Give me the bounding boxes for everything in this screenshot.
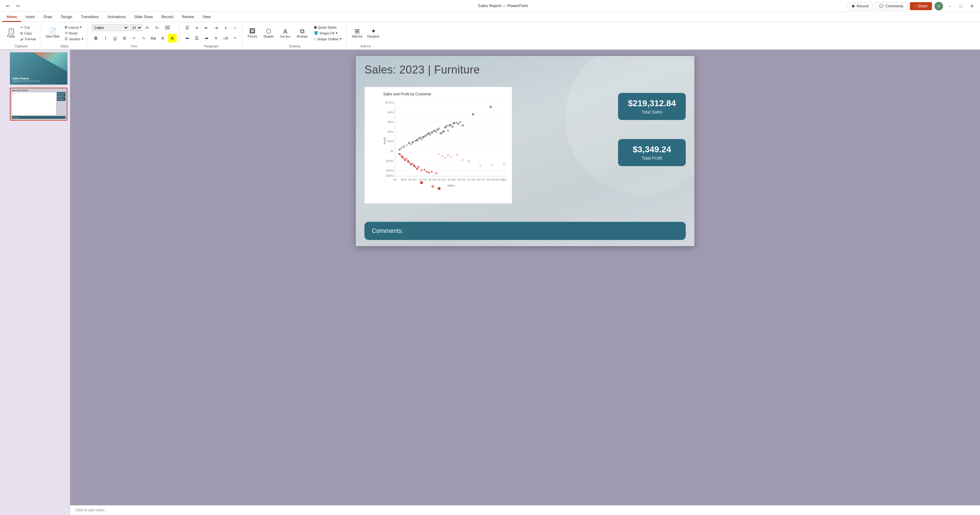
layout-button[interactable]: ⊞ Layout ▾	[63, 25, 85, 30]
font-family-select[interactable]: Calibri	[92, 24, 129, 31]
shapes-button[interactable]: ⬡ Shapes	[262, 27, 276, 40]
picture-label: Picture	[248, 35, 257, 38]
svg-point-57	[438, 128, 440, 130]
tab-home[interactable]: Home	[2, 13, 21, 22]
slide-1-thumbnail[interactable]: Sales Report Superstore | 2023 | Furnitu…	[10, 52, 67, 84]
slide-title[interactable]: Sales: 2023 | Furniture	[364, 64, 480, 76]
svg-point-91	[428, 172, 430, 173]
align-center-button[interactable]: ☰	[192, 34, 201, 43]
tab-record[interactable]: Record	[157, 13, 178, 22]
shape-outline-button[interactable]: □ Shape Outline ▾	[312, 36, 344, 41]
arrange-button[interactable]: ⧉ Arrange	[295, 27, 310, 40]
minimize-icon[interactable]: −	[945, 2, 954, 11]
format-button[interactable]: 🖌 Format	[19, 37, 38, 41]
svg-point-106	[431, 185, 434, 188]
section-button[interactable]: ☰ Section ▾	[63, 36, 85, 41]
comment-icon: 💬	[879, 4, 884, 8]
bullets-button[interactable]: ☰	[183, 23, 192, 32]
tab-view[interactable]: View	[198, 13, 215, 22]
line-spacing-button[interactable]: ↕	[231, 23, 239, 32]
share-button[interactable]: ↑ Share	[910, 2, 932, 10]
svg-text:$0: $0	[391, 149, 394, 153]
font-color-button[interactable]: A	[159, 34, 167, 43]
new-slide-button[interactable]: 📄 New Slide	[44, 27, 62, 40]
close-icon[interactable]: ✕	[968, 2, 976, 11]
paste-button[interactable]: 📋 Paste	[5, 27, 17, 40]
svg-point-34	[398, 149, 401, 151]
total-sales-box[interactable]: $219,312.84 Total Sales	[618, 93, 686, 120]
svg-text:$5,000: $5,000	[487, 178, 495, 181]
cut-button[interactable]: ✂ Cut	[19, 25, 38, 30]
slide-2-chart-thumb: chart	[12, 92, 56, 115]
clear-format-button[interactable]: ⌧	[163, 23, 172, 32]
designer-button[interactable]: ✦ Designer	[365, 27, 381, 40]
justify-button[interactable]: ≡	[212, 34, 220, 43]
strikethrough-button[interactable]: S	[120, 34, 129, 43]
italic-button[interactable]: I	[101, 34, 110, 43]
slide-1-subtitle: Superstore | 2023 | Furniture	[12, 80, 65, 82]
columns-button[interactable]: ⫴	[221, 23, 230, 32]
total-profit-box[interactable]: $3,349.24 Total Profit	[618, 139, 686, 166]
svg-point-45	[421, 138, 423, 140]
copy-button[interactable]: ⧉ Copy	[19, 31, 38, 36]
decrease-font-size-button[interactable]: A↓	[153, 23, 162, 32]
record-button[interactable]: Record	[848, 2, 873, 10]
slide-1-decoration	[33, 52, 67, 72]
tab-review[interactable]: Review	[178, 13, 198, 22]
ribbon-group-drawing: 🖼 Picture ⬡ Shapes A Text Box ⧉ Arrange …	[243, 23, 347, 48]
superscript-button[interactable]: X²	[130, 34, 138, 43]
comments-button[interactable]: 💬 Comments	[875, 2, 907, 10]
tab-insert[interactable]: Insert	[21, 13, 39, 22]
svg-point-99	[455, 154, 458, 156]
highlight-button[interactable]: A	[168, 34, 177, 43]
shape-fill-button[interactable]: 🪣 Shape Fill ▾	[312, 30, 344, 36]
underline-button[interactable]: U	[111, 34, 119, 43]
section-chevron: ▾	[81, 37, 83, 41]
picture-button[interactable]: 🖼 Picture	[246, 27, 259, 40]
shape-outline-chevron: ▾	[340, 37, 342, 41]
quick-styles-button[interactable]: ◼ Quick Styles	[312, 25, 344, 30]
tab-animations[interactable]: Animations	[103, 13, 130, 22]
slide-canvas[interactable]: Sales: 2023 | Furniture Sales and Profit…	[356, 56, 694, 246]
slide-2-stat1-thumb: $219,312.84Total Sales	[57, 92, 65, 96]
svg-text:$1,000: $1,000	[409, 178, 417, 181]
increase-font-size-button[interactable]: A↑	[143, 23, 152, 32]
chart-container[interactable]: Sales and Profit by Customer	[364, 87, 512, 203]
svg-text:$6,000: $6,000	[503, 178, 507, 181]
convert-smartart-button[interactable]: ⟳	[231, 34, 239, 43]
align-left-button[interactable]: ⬅	[183, 34, 192, 43]
slide-2-thumbnail[interactable]: Sales: 2023 | Furniture chart $219,312.8…	[10, 88, 67, 121]
tab-transitions[interactable]: Transitions	[76, 13, 103, 22]
arrange-label: Arrange	[297, 35, 308, 38]
reset-button[interactable]: ↺ Reset	[63, 30, 85, 36]
svg-text:$3,000: $3,000	[448, 178, 456, 181]
align-right-button[interactable]: ➡	[202, 34, 211, 43]
svg-text:$0: $0	[393, 178, 396, 181]
redo-icon[interactable]: ↪	[14, 2, 22, 10]
layout-label: Layout	[68, 25, 79, 29]
font-size-select[interactable]: 24	[130, 24, 142, 31]
numbering-button[interactable]: ≡	[192, 23, 201, 32]
user-avatar[interactable]: U	[934, 2, 943, 11]
svg-text:$2,000: $2,000	[429, 178, 437, 181]
font-group-label: Font	[131, 43, 137, 48]
bold-button[interactable]: B	[92, 34, 100, 43]
change-case-button[interactable]: Aa	[149, 34, 158, 43]
undo-icon[interactable]: ↩	[4, 2, 12, 10]
increase-indent-button[interactable]: ⇥	[212, 23, 220, 32]
svg-point-104	[503, 162, 505, 165]
svg-point-96	[444, 157, 446, 159]
tab-design[interactable]: Design	[56, 13, 76, 22]
notes-area[interactable]: Click to add notes	[70, 505, 980, 515]
restore-icon[interactable]: □	[957, 2, 965, 11]
decrease-indent-button[interactable]: ⇤	[202, 23, 211, 32]
addins-button[interactable]: ⊞ Add-ins	[350, 27, 364, 40]
text-direction-button[interactable]: ↕A	[221, 34, 230, 43]
tab-slideshow[interactable]: Slide Show	[130, 13, 157, 22]
subscript-button[interactable]: X₂	[139, 34, 148, 43]
text-box-button[interactable]: A Text Box	[278, 27, 293, 40]
tab-draw[interactable]: Draw	[39, 13, 56, 22]
svg-point-68	[455, 121, 457, 123]
canvas-area[interactable]: Sales: 2023 | Furniture Sales and Profit…	[70, 50, 980, 505]
comments-box[interactable]: Comments:	[364, 222, 686, 240]
